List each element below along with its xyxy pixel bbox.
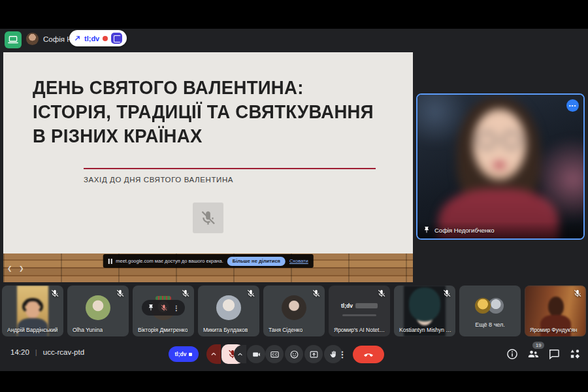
slide-title-line-1: ДЕНЬ СВЯТОГО ВАЛЕНТИНА:: [33, 76, 374, 100]
pin-icon: [423, 226, 431, 234]
phone-hangup-icon: [363, 349, 374, 361]
participant-avatar: [216, 295, 241, 320]
screenshot-root: Софія Недогиб tl;dv ДЕНЬ СВЯТОГО ВАЛЕНТИ…: [0, 0, 588, 392]
tldv-bot-subtext: [342, 314, 376, 316]
meeting-code: ucc-rcav-ptd: [43, 348, 84, 356]
tldv-stop-recording-pill[interactable]: tl;dv: [169, 346, 199, 362]
top-bar: Софія Недогиб tl;dv: [0, 29, 588, 50]
overflow-avatars: [474, 297, 506, 314]
mic-off-icon: [377, 289, 386, 298]
participant-tile[interactable]: Kostiantyn Mishyn (Ко...: [394, 286, 455, 336]
more-options-icon[interactable]: ⋮: [173, 304, 180, 312]
reactions-button[interactable]: [285, 345, 303, 363]
right-panel-buttons: 19: [506, 348, 581, 361]
participant-name: Яромир Фундук'ян: [530, 327, 578, 333]
pin-icon[interactable]: [147, 304, 155, 312]
present-button[interactable]: [304, 345, 323, 363]
participant-tile[interactable]: Olha Yunina: [67, 286, 129, 336]
mic-off-icon: [573, 289, 582, 298]
participant-name: Таня Сіденко: [269, 327, 302, 333]
people-icon: [527, 348, 540, 361]
video-hair: [409, 287, 441, 321]
screen-share-indicator-icon[interactable]: [5, 31, 22, 48]
arrow-up-right-icon: [74, 35, 81, 42]
laptop-icon: [7, 34, 19, 46]
mic-options-chevron[interactable]: [206, 344, 221, 364]
overflow-count-label: Ещё 8 чел.: [475, 321, 505, 328]
meeting-control-bar: 14:20 | ucc-rcav-ptd tl;dv: [0, 342, 588, 368]
participant-tile[interactable]: ⋮ Вікторія Дмитренко: [133, 286, 194, 336]
activities-button[interactable]: [568, 348, 581, 361]
participant-avatar: [86, 295, 110, 320]
participant-tile[interactable]: Андрій Вардінський: [2, 286, 63, 336]
participant-tile-bot[interactable]: tl;dv Яромир's AI Notetaker: [329, 286, 390, 336]
participant-filmstrip: Андрій Вардінський Olha Yunina ⋮ Вікторі…: [0, 286, 588, 336]
pinned-video-tile[interactable]: ••• Софія Недогибченко: [416, 93, 585, 240]
participant-name: Андрій Вардінський: [7, 327, 57, 333]
tldv-recording-pill[interactable]: tl;dv: [69, 30, 127, 46]
headphones-shape: [22, 299, 43, 314]
participant-tile[interactable]: Таня Сіденко: [263, 286, 325, 336]
tldv-logo-text: tl;dv: [341, 302, 353, 309]
info-icon: [506, 348, 519, 361]
participant-tile[interactable]: Микита Булдаков: [198, 286, 259, 336]
activities-icon: [568, 348, 581, 361]
pinned-participant-name: Софія Недогибченко: [434, 227, 495, 234]
presenter-avatar: [26, 33, 39, 45]
mic-off-icon[interactable]: [160, 304, 168, 312]
participant-avatar: [282, 295, 306, 320]
tile-options-button[interactable]: •••: [566, 99, 579, 112]
stop-sharing-button[interactable]: Більше не ділитися: [227, 257, 286, 266]
more-options-button[interactable]: ⋮: [336, 345, 349, 363]
participants-button[interactable]: 19: [527, 348, 540, 361]
video-body: [540, 315, 571, 336]
pause-icon: [108, 259, 112, 264]
slide-nav-arrows[interactable]: ❮ ❯: [7, 265, 27, 272]
mic-off-icon: [442, 289, 451, 298]
overflow-participants-tile[interactable]: Ещё 8 чел.: [459, 286, 521, 336]
mic-off-icon: [116, 289, 125, 298]
present-screen-icon: [309, 350, 319, 359]
participants-count-badge: 19: [532, 342, 544, 349]
mic-off-icon: [181, 289, 190, 298]
captions-icon: [270, 350, 280, 359]
mic-off-icon: [50, 289, 59, 298]
camera-icon: [252, 350, 261, 359]
webcam-video: [417, 95, 583, 238]
tldv-logo-chip: [355, 303, 378, 308]
clock: 14:20: [10, 348, 29, 356]
recording-dot-icon: [103, 36, 108, 41]
muted-mic-overlay: [193, 203, 223, 233]
tile-hover-actions: ⋮: [142, 300, 185, 316]
slide-title-line-2: ІСТОРІЯ, ТРАДИЦІЇ ТА СВЯТКУВАННЯ: [33, 100, 374, 124]
participant-tile[interactable]: Яромир Фундук'ян: [525, 286, 586, 336]
pinned-tile-name-bar: Софія Недогибченко: [417, 221, 583, 238]
separator: |: [35, 348, 37, 356]
camera-control-group: [234, 345, 265, 363]
camera-toggle-button[interactable]: [247, 345, 265, 363]
slide-title: ДЕНЬ СВЯТОГО ВАЛЕНТИНА: ІСТОРІЯ, ТРАДИЦІ…: [33, 76, 374, 148]
emoji-icon: [289, 350, 299, 359]
chat-button[interactable]: [547, 348, 561, 361]
camera-options-chevron[interactable]: [234, 345, 246, 363]
stop-icon: [189, 353, 192, 356]
slide-title-line-3: В РІЗНИХ КРАЇНАХ: [33, 124, 374, 148]
captions-button[interactable]: [265, 345, 284, 363]
chevron-up-icon: [237, 351, 244, 358]
tldv-label: tl;dv: [84, 35, 99, 42]
leave-call-button[interactable]: [353, 346, 384, 363]
slide-accent-line: [84, 168, 376, 169]
slide-subtitle: ЗАХІД ДО ДНЯ СВЯТОГО ВАЛЕНТИНА: [84, 176, 233, 184]
chat-icon: [547, 348, 561, 361]
tldv-logo-icon: [111, 33, 122, 44]
chrome-share-banner: meet.google.com має доступ до вашого екр…: [103, 254, 313, 268]
meeting-info: 14:20 | ucc-rcav-ptd: [10, 348, 84, 356]
participant-name: Микита Булдаков: [203, 327, 248, 333]
hide-banner-link[interactable]: Сховати: [289, 258, 308, 264]
tldv-label: tl;dv: [175, 351, 187, 357]
mic-off-icon: [199, 209, 217, 227]
participant-name: Вікторія Дмитренко: [138, 327, 188, 333]
webcam-pink-blur: [540, 128, 585, 230]
meeting-details-button[interactable]: [506, 348, 519, 361]
participant-name: Olha Yunina: [73, 327, 103, 333]
